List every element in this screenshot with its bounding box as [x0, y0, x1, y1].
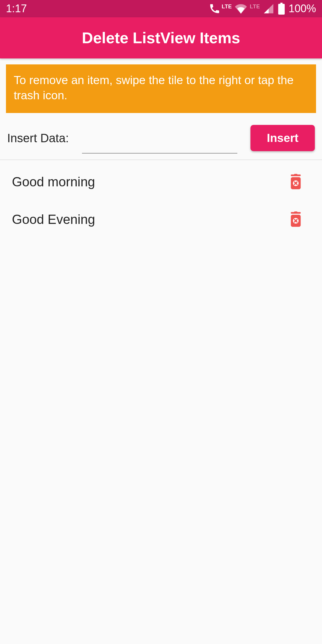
- insert-input[interactable]: [82, 136, 237, 154]
- insert-label: Insert Data:: [7, 131, 69, 145]
- svg-rect-1: [294, 174, 298, 175]
- status-bar: 1:17 LTE LTE 100%: [0, 0, 322, 17]
- lte-label-icon: LTE: [222, 4, 232, 10]
- list-item[interactable]: Good Evening: [0, 201, 322, 238]
- svg-rect-5: [294, 211, 298, 213]
- trash-icon: [289, 211, 302, 228]
- insert-row: Insert Data: Insert: [0, 125, 322, 160]
- trash-icon: [289, 174, 302, 190]
- delete-button[interactable]: [289, 212, 303, 227]
- list-item-label: Good morning: [12, 174, 95, 189]
- list-item[interactable]: Good morning: [0, 163, 322, 201]
- status-time: 1:17: [6, 2, 27, 15]
- info-banner-text: To remove an item, swipe the tile to the…: [14, 74, 294, 102]
- phone-lte-icon: [209, 3, 221, 15]
- wifi-icon: [235, 3, 247, 15]
- delete-button[interactable]: [289, 175, 303, 189]
- lte-dim-label-icon: LTE: [250, 4, 260, 10]
- insert-button-label: Insert: [267, 131, 298, 144]
- list: Good morning Good Evening: [0, 160, 322, 238]
- insert-button[interactable]: Insert: [250, 125, 315, 151]
- app-bar: Delete ListView Items: [0, 17, 322, 58]
- battery-icon: [277, 3, 286, 15]
- battery-percent: 100%: [289, 2, 316, 15]
- page-title: Delete ListView Items: [82, 29, 240, 47]
- signal-icon: [263, 3, 274, 14]
- info-banner: To remove an item, swipe the tile to the…: [6, 64, 316, 113]
- list-item-label: Good Evening: [12, 212, 95, 227]
